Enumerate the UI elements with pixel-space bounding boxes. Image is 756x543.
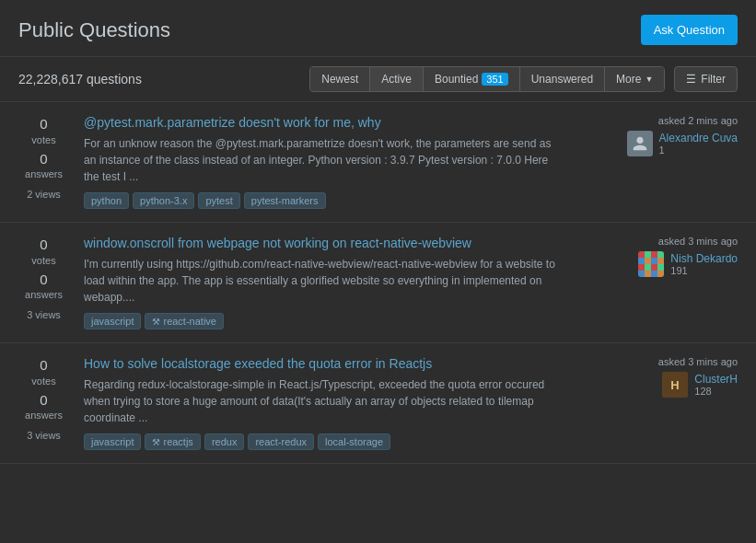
question-content: How to solve localstorage exeeded the qu… bbox=[84, 356, 557, 450]
questions-list: 0 votes 0 answers 2 views @pytest.mark.p… bbox=[0, 102, 756, 464]
question-content: window.onscroll from webpage not working… bbox=[84, 236, 557, 329]
tag[interactable]: ⚒react-native bbox=[145, 313, 223, 329]
answers-block: 0 answers bbox=[25, 391, 63, 422]
asked-time: asked 3 mins ago bbox=[658, 356, 738, 367]
svg-text:H: H bbox=[671, 378, 680, 392]
page-title: Public Questions bbox=[18, 18, 170, 42]
page-header: Public Questions Ask Question bbox=[0, 0, 756, 57]
tags-list: javascript⚒reactjsreduxreact-reduxlocal-… bbox=[84, 433, 557, 450]
views-count: 3 views bbox=[27, 430, 61, 441]
svg-rect-10 bbox=[651, 264, 657, 271]
answers-label: answers bbox=[25, 409, 63, 422]
tab-active[interactable]: Active bbox=[370, 67, 424, 91]
user-reputation: 128 bbox=[694, 386, 738, 397]
tab-more[interactable]: More ▼ bbox=[605, 67, 664, 91]
user-name[interactable]: Alexandre Cuva bbox=[659, 132, 738, 144]
svg-rect-1 bbox=[645, 251, 651, 258]
filter-tabs: Newest Active Bountied 351 Unanswered Mo… bbox=[309, 66, 665, 92]
views-count: 2 views bbox=[27, 189, 61, 200]
user-info: H ClusterH 128 bbox=[662, 372, 738, 398]
svg-rect-8 bbox=[638, 264, 645, 271]
tab-newest[interactable]: Newest bbox=[310, 67, 370, 91]
tag-icon: ⚒ bbox=[152, 317, 160, 327]
tag[interactable]: local-storage bbox=[318, 433, 390, 450]
tag[interactable]: react-redux bbox=[248, 433, 314, 450]
question-excerpt: I'm currently using https://github.com/r… bbox=[84, 256, 557, 306]
tag[interactable]: python bbox=[84, 192, 129, 209]
votes-label: votes bbox=[31, 133, 55, 146]
tags-list: pythonpython-3.xpytestpytest-markers bbox=[84, 192, 557, 209]
tag[interactable]: javascript bbox=[84, 313, 141, 329]
tag[interactable]: pytest bbox=[198, 192, 239, 209]
svg-rect-14 bbox=[651, 271, 657, 277]
vote-count: 0 bbox=[40, 236, 47, 254]
svg-rect-13 bbox=[645, 271, 651, 277]
tag[interactable]: python-3.x bbox=[133, 192, 194, 209]
votes-label: votes bbox=[31, 375, 55, 387]
tag[interactable]: ⚒reactjs bbox=[145, 433, 200, 450]
asked-time: asked 2 mins ago bbox=[658, 115, 738, 126]
svg-rect-2 bbox=[651, 251, 657, 258]
svg-rect-11 bbox=[657, 264, 664, 271]
question-item: 0 votes 0 answers 3 views window.onscrol… bbox=[0, 223, 756, 343]
answers-label: answers bbox=[25, 288, 63, 301]
votes-label: votes bbox=[31, 254, 55, 267]
svg-rect-5 bbox=[645, 258, 651, 264]
avatar bbox=[627, 131, 653, 156]
user-details: ClusterH 128 bbox=[694, 373, 738, 397]
tags-list: javascript⚒react-native bbox=[84, 313, 557, 329]
answers-label: answers bbox=[25, 168, 63, 180]
filter-icon: ☰ bbox=[686, 73, 696, 86]
user-reputation: 1 bbox=[659, 144, 738, 156]
question-count: 22,228,617 questions bbox=[18, 72, 300, 87]
answers-block: 0 answers bbox=[25, 271, 63, 302]
question-meta: asked 2 mins ago Alexandre Cuva 1 bbox=[572, 115, 738, 209]
question-item: 0 votes 0 answers 2 views @pytest.mark.p… bbox=[0, 102, 756, 223]
question-item: 0 votes 0 answers 3 views How to solve l… bbox=[0, 343, 756, 464]
question-excerpt: Regarding redux-localstorage-simple in R… bbox=[84, 376, 557, 426]
vote-count: 0 bbox=[40, 356, 47, 375]
svg-rect-6 bbox=[651, 258, 657, 264]
answer-count: 0 bbox=[40, 150, 47, 168]
ask-question-button[interactable]: Ask Question bbox=[641, 15, 738, 45]
answer-count: 0 bbox=[40, 271, 47, 289]
tab-bountied[interactable]: Bountied 351 bbox=[424, 67, 520, 91]
user-name[interactable]: ClusterH bbox=[694, 373, 738, 386]
tag[interactable]: javascript bbox=[84, 433, 141, 450]
question-content: @pytest.mark.parametrize doesn't work fo… bbox=[84, 115, 557, 209]
question-title[interactable]: @pytest.mark.parametrize doesn't work fo… bbox=[84, 115, 557, 130]
question-title[interactable]: How to solve localstorage exeeded the qu… bbox=[84, 356, 557, 371]
user-name[interactable]: Nish Dekardo bbox=[670, 252, 738, 265]
more-chevron-icon: ▼ bbox=[645, 75, 653, 84]
bountied-badge: 351 bbox=[482, 73, 507, 86]
question-excerpt: For an unknow reason the @pytest.mark.pa… bbox=[84, 135, 557, 185]
answers-block: 0 answers bbox=[25, 150, 63, 181]
tab-unanswered[interactable]: Unanswered bbox=[520, 67, 605, 91]
views-count: 3 views bbox=[27, 309, 61, 320]
votes-block: 0 votes bbox=[31, 236, 55, 267]
svg-rect-7 bbox=[657, 258, 664, 264]
svg-rect-15 bbox=[657, 271, 664, 277]
question-meta: asked 3 mins ago bbox=[572, 236, 738, 329]
user-reputation: 191 bbox=[670, 265, 738, 276]
svg-rect-12 bbox=[638, 271, 645, 277]
svg-rect-3 bbox=[657, 251, 664, 258]
question-stats: 0 votes 0 answers 2 views bbox=[18, 115, 69, 209]
svg-rect-9 bbox=[645, 264, 651, 271]
tag[interactable]: redux bbox=[204, 433, 245, 450]
answer-count: 0 bbox=[40, 391, 47, 410]
asked-time: asked 3 mins ago bbox=[658, 236, 738, 247]
votes-block: 0 votes bbox=[31, 356, 55, 387]
svg-rect-0 bbox=[638, 251, 645, 258]
question-title[interactable]: window.onscroll from webpage not working… bbox=[84, 236, 557, 250]
user-details: Nish Dekardo 191 bbox=[670, 252, 738, 276]
tag[interactable]: pytest-markers bbox=[244, 192, 326, 209]
tag-icon: ⚒ bbox=[152, 437, 160, 447]
question-stats: 0 votes 0 answers 3 views bbox=[18, 356, 69, 450]
user-details: Alexandre Cuva 1 bbox=[659, 132, 738, 156]
toolbar: 22,228,617 questions Newest Active Bount… bbox=[0, 57, 756, 102]
question-meta: asked 3 mins ago H ClusterH 128 bbox=[572, 356, 738, 450]
filter-button[interactable]: ☰ Filter bbox=[674, 66, 738, 92]
votes-block: 0 votes bbox=[31, 115, 55, 146]
question-stats: 0 votes 0 answers 3 views bbox=[18, 236, 69, 329]
